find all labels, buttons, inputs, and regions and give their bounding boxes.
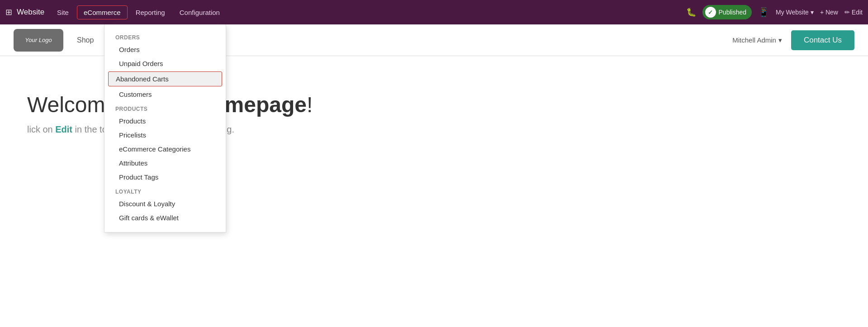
- debug-icon[interactable]: 🐛: [686, 7, 696, 17]
- new-button[interactable]: + New: [820, 9, 838, 16]
- dropdown-ecommerce-categories[interactable]: eCommerce Categories: [104, 142, 226, 156]
- my-website-button[interactable]: My Website ▾: [776, 9, 814, 16]
- toggle-circle: ✓: [705, 7, 716, 18]
- grid-icon[interactable]: ⊞: [5, 7, 12, 17]
- contact-us-button[interactable]: Contact Us: [791, 30, 854, 50]
- dropdown-discount-loyalty[interactable]: Discount & Loyalty: [104, 197, 226, 211]
- dropdown-attributes[interactable]: Attributes: [104, 156, 226, 170]
- site-nav-right: Mitchell Admin ▾ Contact Us: [732, 30, 854, 50]
- new-label: + New: [820, 9, 838, 16]
- loyalty-section-label: Loyalty: [104, 184, 226, 197]
- products-section-label: Products: [104, 101, 226, 114]
- nav-configuration[interactable]: Configuration: [173, 6, 226, 19]
- dropdown-abandoned-carts[interactable]: Abandoned Carts: [108, 71, 222, 86]
- published-label: Published: [719, 9, 747, 16]
- nav-site[interactable]: Site: [51, 6, 75, 19]
- site-logo: Your Logo: [14, 29, 63, 52]
- nav-reporting[interactable]: Reporting: [129, 6, 171, 19]
- nav-ecommerce[interactable]: eCommerce: [77, 5, 128, 19]
- dropdown-gift-cards[interactable]: Gift cards & eWallet: [104, 211, 226, 225]
- admin-label: Mitchell Admin: [732, 36, 776, 44]
- brand-label: Website: [17, 8, 44, 17]
- mobile-preview-icon[interactable]: 📱: [758, 7, 769, 18]
- chevron-down-icon: ▾: [811, 9, 814, 16]
- welcome-exclaim: !: [307, 93, 313, 117]
- orders-section-label: Orders: [104, 30, 226, 43]
- dropdown-product-tags[interactable]: Product Tags: [104, 170, 226, 184]
- dropdown-unpaid-orders[interactable]: Unpaid Orders: [104, 57, 226, 71]
- edit-label: ✏ Edit: [844, 9, 863, 16]
- dropdown-products[interactable]: Products: [104, 114, 226, 128]
- dropdown-customers[interactable]: Customers: [104, 87, 226, 101]
- sub-edit: Edit: [55, 124, 72, 134]
- nav-shop[interactable]: Shop: [77, 36, 94, 44]
- ecommerce-dropdown: Orders Orders Unpaid Orders Abandoned Ca…: [104, 24, 226, 232]
- sub-plain: lick on: [27, 124, 55, 134]
- my-website-label: My Website: [776, 9, 809, 16]
- top-navigation: ⊞ Website Site eCommerce Reporting Confi…: [0, 0, 868, 24]
- admin-chevron-icon: ▾: [778, 36, 782, 44]
- published-toggle[interactable]: ✓ Published: [702, 5, 752, 19]
- edit-button[interactable]: ✏ Edit: [844, 9, 863, 16]
- dropdown-pricelists[interactable]: Pricelists: [104, 128, 226, 142]
- check-icon: ✓: [708, 9, 713, 16]
- admin-button[interactable]: Mitchell Admin ▾: [732, 36, 782, 44]
- logo-text: Your Logo: [14, 29, 63, 52]
- dropdown-orders[interactable]: Orders: [104, 43, 226, 57]
- top-nav-right: 🐛 ✓ Published 📱 My Website ▾ + New ✏ Edi…: [686, 5, 863, 19]
